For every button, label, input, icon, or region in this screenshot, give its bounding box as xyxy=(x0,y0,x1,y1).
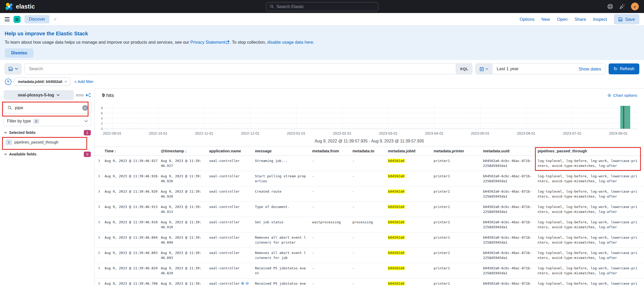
cell-value: b04502a0 xyxy=(388,282,405,285)
newsfeed-icon[interactable] xyxy=(619,3,625,10)
cell-value: - xyxy=(312,205,314,209)
help-icon[interactable] xyxy=(607,3,613,10)
query-input[interactable]: Search KQL xyxy=(24,63,472,74)
space-avatar[interactable]: D xyxy=(14,16,21,23)
cell-pipelines: log-toplevel, log-before, log-work, lowe… xyxy=(537,186,644,199)
dismiss-button[interactable]: Dismiss xyxy=(5,48,34,58)
privacy-statement-link[interactable]: Privacy Statement xyxy=(190,40,225,44)
column-header-pipelines[interactable]: pipelines_passed_through xyxy=(537,149,644,153)
column-header-message[interactable]: message xyxy=(254,149,311,153)
table-row[interactable]: Aug 9, 2023 @ 11:39:46.927Aug 9, 2023 @ … xyxy=(95,156,644,171)
refresh-button[interactable]: ↻ Refresh xyxy=(609,63,639,74)
new-link[interactable]: New xyxy=(541,17,550,22)
add-filter-button[interactable]: + Add filter xyxy=(74,79,94,84)
filter-set-icon[interactable] xyxy=(5,78,12,85)
global-search-input[interactable]: Search Elastic xyxy=(266,2,378,11)
cell-value: b04502a0-6cbc-46ac-871b-2258d5945da1 xyxy=(483,235,532,245)
collapse-sidebar-icon[interactable] xyxy=(86,93,91,97)
cell-value: b04502a0-6cbc-46ac-871b-2258d5945da1 xyxy=(483,281,532,285)
cell-from: - xyxy=(311,156,352,163)
histogram-plot[interactable] xyxy=(104,106,637,129)
field-search-input[interactable]: pipe × xyxy=(4,102,91,114)
elastic-logo[interactable]: elastic xyxy=(5,3,35,11)
cell-time: Aug 9, 2023 @ 11:39:46.893 xyxy=(104,248,160,255)
inspect-link[interactable]: Inspect xyxy=(593,17,607,22)
selected-fields-header[interactable]: Selected fields 1 xyxy=(4,130,91,135)
table-row[interactable]: Aug 9, 2023 @ 11:39:46.893Aug 9, 2023 @ … xyxy=(95,248,644,263)
options-link[interactable]: Options xyxy=(520,17,534,22)
table-row[interactable]: Aug 9, 2023 @ 11:39:46.829Aug 9, 2023 @ … xyxy=(95,263,644,278)
cell-value: b04502a0 xyxy=(388,190,405,193)
column-header-time[interactable]: Time↓ xyxy=(104,149,160,153)
highlighted-value: b04502a0 xyxy=(388,190,405,193)
column-header-application[interactable]: application.name xyxy=(208,149,254,153)
cell-time: Aug 9, 2023 @ 11:39:46.920 xyxy=(104,186,160,194)
cell-message: Removes all abort event listeners for jo… xyxy=(254,248,311,260)
expand-row-button[interactable] xyxy=(95,171,104,178)
breadcrumb[interactable]: Discover xyxy=(24,15,49,23)
field-settings-icon[interactable] xyxy=(76,94,83,96)
expand-row-button[interactable] xyxy=(95,202,104,209)
saved-query-menu-button[interactable] xyxy=(5,63,21,74)
expand-row-button[interactable] xyxy=(95,248,104,255)
cell-value: Aug 9, 2023 @ 11:39:46.926 xyxy=(161,174,203,184)
cell-jobid: b04502a0 xyxy=(387,232,432,240)
kql-language-button[interactable]: KQL xyxy=(456,64,472,74)
table-row[interactable]: Aug 9, 2023 @ 11:39:46.910Aug 9, 2023 @ … xyxy=(95,217,644,232)
expand-row-button[interactable] xyxy=(95,263,104,270)
global-search-placeholder: Search Elastic xyxy=(277,4,304,9)
data-view-selector[interactable]: seal-plossys-5-log xyxy=(4,90,74,100)
cell-value: Aug 9, 2023 @ 11:39:46.708 xyxy=(105,281,158,285)
expand-row-button[interactable] xyxy=(95,232,104,239)
table-row[interactable]: Aug 9, 2023 @ 11:39:46.920Aug 9, 2023 @ … xyxy=(95,186,644,202)
menu-icon[interactable] xyxy=(5,17,10,21)
expand-row-button[interactable] xyxy=(95,278,104,285)
quick-select-menu-button[interactable] xyxy=(476,64,492,74)
column-header-uuid[interactable]: metadata.uuid xyxy=(482,149,537,153)
open-link[interactable]: Open xyxy=(557,17,568,22)
query-placeholder: Search xyxy=(25,66,456,71)
column-header-from[interactable]: metadata.from xyxy=(311,149,352,153)
cell-value: log-toplevel, log-before, log-work, lowe… xyxy=(538,266,639,276)
column-header-jobid[interactable]: metadata.jobId xyxy=(387,149,432,153)
time-range-value[interactable]: Last 1 year xyxy=(492,66,519,71)
sort-descending-icon[interactable]: ↓ xyxy=(114,149,117,153)
field-item-pipelines-passed-through[interactable]: t pipelines_passed_through xyxy=(4,137,91,147)
disable-usage-data-link[interactable]: disable usage data here xyxy=(267,40,313,44)
table-row[interactable]: Aug 9, 2023 @ 11:39:46.894Aug 9, 2023 @ … xyxy=(95,232,644,248)
remove-filter-icon[interactable]: × xyxy=(65,80,67,84)
filter-pill-jobid[interactable]: metadata.jobId: b04502a0 × xyxy=(15,77,70,86)
column-header-printer[interactable]: metadata.printer xyxy=(432,149,482,153)
chart-options-button[interactable]: Chart options xyxy=(607,93,637,98)
cell-jobid: b04502a0 xyxy=(387,278,432,285)
filter-for-value-icon[interactable]: ⊕ xyxy=(241,281,244,285)
x-gridline xyxy=(158,106,158,129)
expand-row-button[interactable] xyxy=(95,217,104,224)
user-avatar[interactable]: e xyxy=(631,3,639,10)
column-header-timestamp[interactable]: @timestamp↓ xyxy=(160,149,208,153)
x-gridline xyxy=(388,106,388,129)
cell-value: - xyxy=(353,236,355,239)
save-button[interactable]: Save xyxy=(614,14,639,24)
share-link[interactable]: Share xyxy=(575,17,586,22)
available-fields-header[interactable]: Available fields 0 xyxy=(4,151,91,157)
y-axis-tick-label: 2 xyxy=(101,122,103,126)
expand-row-button[interactable] xyxy=(95,186,104,193)
clear-search-icon[interactable]: × xyxy=(82,105,88,111)
expand-row-button[interactable] xyxy=(95,156,104,163)
cell-timestamp: Aug 9, 2023 @ 11:39:46.893 xyxy=(160,248,208,260)
table-row[interactable]: Aug 9, 2023 @ 11:39:46.926Aug 9, 2023 @ … xyxy=(95,171,644,186)
cell-value: - xyxy=(353,282,355,285)
table-row[interactable]: Aug 9, 2023 @ 11:39:46.913Aug 9, 2023 @ … xyxy=(95,202,644,217)
filter-by-type-select[interactable]: Filter by type 0 xyxy=(4,116,91,126)
cell-value: - xyxy=(353,251,355,255)
table-row[interactable]: Aug 9, 2023 @ 11:39:46.708Aug 9, 2023 @ … xyxy=(95,278,644,285)
sort-descending-icon[interactable]: ↓ xyxy=(185,149,187,153)
search-icon xyxy=(270,4,274,9)
filter-out-value-icon[interactable]: ⊖ xyxy=(246,281,249,285)
histogram-bar[interactable] xyxy=(620,106,630,129)
cell-value: b04502a0 xyxy=(388,205,405,209)
show-dates-button[interactable]: Show dates xyxy=(579,67,605,71)
column-header-to[interactable]: metadata.to xyxy=(352,149,387,153)
y-axis-tick-label: 0 xyxy=(101,127,103,131)
